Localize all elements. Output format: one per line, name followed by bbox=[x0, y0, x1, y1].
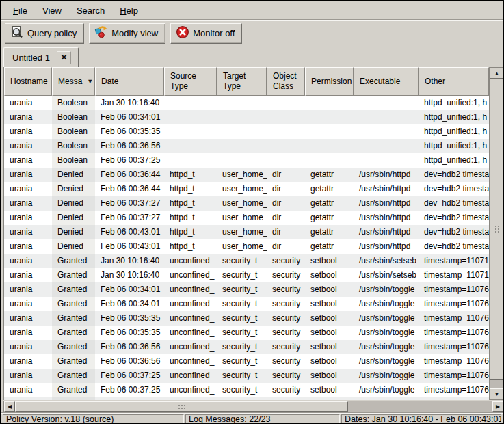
table-cell: Feb 06 00:43:01 bbox=[95, 239, 164, 254]
vertical-scrollbar-thumb[interactable] bbox=[490, 79, 504, 380]
table-cell: Feb 06 00:36:44 bbox=[95, 182, 164, 196]
table-row[interactable]: uraniaGrantedFeb 06 00:37:25unconfined_s… bbox=[4, 369, 489, 383]
header-cell[interactable]: Date bbox=[95, 67, 164, 96]
app-window: File View Search Help Query policy bbox=[0, 0, 504, 424]
table-cell: Feb 06 00:37:27 bbox=[95, 196, 164, 211]
table-cell: Granted bbox=[52, 354, 95, 369]
table-row[interactable]: uraniaBooleanFeb 06 00:37:25httpd_unifie… bbox=[4, 153, 489, 168]
table-cell: unconfined_ bbox=[164, 383, 217, 397]
table-cell: user_home_ bbox=[217, 211, 267, 225]
header-cell[interactable]: Hostname bbox=[4, 67, 52, 96]
scroll-down-icon[interactable]: ▼ bbox=[490, 388, 504, 399]
table-cell: urania bbox=[4, 211, 52, 225]
table-cell: /usr/sbin/httpd bbox=[354, 196, 419, 211]
table-cell: Feb 06 00:37:25 bbox=[95, 153, 164, 168]
table-row[interactable]: uraniaDeniedFeb 06 00:37:27httpd_tuser_h… bbox=[4, 211, 489, 225]
table-cell: Boolean bbox=[52, 110, 95, 124]
table-cell: httpd_t bbox=[164, 225, 217, 239]
table-row[interactable]: uraniaBooleanJan 30 10:16:40httpd_unifie… bbox=[4, 96, 489, 110]
table-cell bbox=[354, 124, 419, 139]
table-cell: urania bbox=[4, 383, 52, 397]
scroll-up-icon[interactable]: ▲ bbox=[490, 68, 504, 79]
log-messages-status: Log Messages: 22/23 bbox=[185, 414, 340, 424]
query-policy-button[interactable]: Query policy bbox=[5, 23, 84, 44]
table-row[interactable]: uraniaGrantedFeb 06 00:37:25unconfined_s… bbox=[4, 383, 489, 397]
table-cell: security_t bbox=[217, 383, 267, 397]
table-cell: urania bbox=[4, 96, 52, 110]
table-cell: unconfined_ bbox=[164, 311, 217, 326]
table-row[interactable]: uraniaBooleanFeb 06 00:36:56httpd_unifie… bbox=[4, 139, 489, 153]
statusbar: Policy Version: v.18 (source) Log Messag… bbox=[1, 412, 503, 424]
table-cell: Boolean bbox=[52, 153, 95, 168]
table-cell: Granted bbox=[52, 297, 95, 311]
table-row[interactable]: uraniaGrantedFeb 06 00:34:01unconfined_s… bbox=[4, 297, 489, 311]
tab-close-button[interactable]: ✕ bbox=[57, 51, 71, 64]
header-cell[interactable]: Executable bbox=[354, 67, 419, 96]
scroll-left-icon[interactable]: ◀ bbox=[4, 401, 15, 412]
table-cell: security bbox=[267, 326, 305, 340]
horizontal-scrollbar[interactable]: ◀ ▶ bbox=[3, 401, 504, 412]
table-cell: unconfined_ bbox=[164, 254, 217, 268]
header-label: Other bbox=[425, 77, 445, 87]
table-cell: setbool bbox=[305, 254, 354, 268]
table-cell: Denied bbox=[52, 168, 95, 182]
tab-untitled-1[interactable]: Untitled 1 ✕ bbox=[3, 47, 79, 67]
table-cell bbox=[217, 110, 267, 124]
table-row[interactable]: uraniaDeniedFeb 06 00:36:44httpd_tuser_h… bbox=[4, 168, 489, 182]
menubar: File View Search Help bbox=[1, 1, 503, 19]
table-cell: Feb 06 00:35:35 bbox=[95, 326, 164, 340]
table-row[interactable]: uraniaGrantedJan 30 10:16:40unconfined_s… bbox=[4, 268, 489, 282]
menu-help[interactable]: Help bbox=[114, 3, 144, 18]
menu-search[interactable]: Search bbox=[70, 3, 111, 18]
table-cell: security_t bbox=[217, 268, 267, 282]
table-row[interactable]: uraniaGrantedJan 30 10:16:40unconfined_s… bbox=[4, 254, 489, 268]
table-cell: security bbox=[267, 311, 305, 326]
table-cell bbox=[305, 397, 354, 400]
table-cell: timestamp=11071 bbox=[419, 268, 489, 282]
scroll-right-icon[interactable]: ▶ bbox=[492, 401, 503, 412]
header-label: Permission bbox=[311, 77, 352, 87]
table-row[interactable]: uraniaDeniedFeb 06 00:36:44httpd_tuser_h… bbox=[4, 182, 489, 196]
table-cell: timestamp=11076 bbox=[419, 383, 489, 397]
modify-view-button[interactable]: Modify view bbox=[89, 23, 165, 44]
header-cell[interactable]: Messa▼ bbox=[52, 67, 95, 96]
monitor-off-button[interactable]: Monitor off bbox=[170, 23, 242, 44]
table-row[interactable]: uraniaGrantedFeb 06 00:35:35unconfined_s… bbox=[4, 311, 489, 326]
table-cell: dir bbox=[267, 239, 305, 254]
table-row[interactable]: uraniaGrantedFeb 06 00:36:56unconfined_s… bbox=[4, 340, 489, 354]
table-row[interactable]: uraniaGrantedFeb 06 00:34:01unconfined_s… bbox=[4, 282, 489, 297]
table-cell: urania bbox=[4, 354, 52, 369]
table-cell: security_t bbox=[217, 254, 267, 268]
header-cell[interactable]: Object Class bbox=[267, 67, 305, 96]
table-row[interactable]: uraniaGrantedFeb 06 00:36:56unconfined_s… bbox=[4, 354, 489, 369]
table-cell bbox=[354, 153, 419, 168]
table-row[interactable]: uraniaDeniedFeb 06 00:43:01httpd_tuser_h… bbox=[4, 225, 489, 239]
tab-label: Untitled 1 bbox=[12, 53, 50, 63]
table-cell: httpd_t bbox=[164, 211, 217, 225]
header-cell[interactable]: Other bbox=[419, 67, 489, 96]
menu-file[interactable]: File bbox=[7, 3, 34, 18]
table-cell: setbool bbox=[305, 297, 354, 311]
header-label: Hostname bbox=[10, 77, 48, 87]
header-cell[interactable]: Permission bbox=[305, 67, 354, 96]
table-row[interactable]: uraniaDeniedFeb 06 00:37:27httpd_tuser_h… bbox=[4, 196, 489, 211]
menu-view[interactable]: View bbox=[36, 3, 68, 18]
table-cell: /usr/sbin/httpd bbox=[354, 168, 419, 182]
table-row[interactable]: uraniaGrantedFeb 06 00:35:35unconfined_s… bbox=[4, 326, 489, 340]
header-cell[interactable]: Source Type bbox=[164, 67, 217, 96]
header-cell[interactable]: Target Type bbox=[217, 67, 267, 96]
table-row[interactable]: uraniaBooleanFeb 06 00:35:35httpd_unifie… bbox=[4, 124, 489, 139]
dates-status: Dates: Jan 30 10:16:40 - Feb 06 00:43:01 bbox=[341, 414, 501, 424]
table-cell bbox=[354, 397, 419, 400]
table-row[interactable]: uraniaBooleanFeb 06 00:34:01httpd_unifie… bbox=[4, 110, 489, 124]
table-cell bbox=[305, 96, 354, 110]
table-cell bbox=[267, 96, 305, 110]
table-cell: unconfined_ bbox=[164, 354, 217, 369]
table-cell: urania bbox=[4, 254, 52, 268]
table-row[interactable]: uraniaDeniedFeb 06 00:43:01httpd_tuser_h… bbox=[4, 239, 489, 254]
vertical-scrollbar[interactable]: ▲ ▼ bbox=[489, 67, 504, 400]
horizontal-scrollbar-thumb[interactable] bbox=[15, 401, 348, 412]
table-cell: /usr/sbin/httpd bbox=[354, 182, 419, 196]
table-cell: urania bbox=[4, 340, 52, 354]
table-cell: Boolean bbox=[52, 124, 95, 139]
